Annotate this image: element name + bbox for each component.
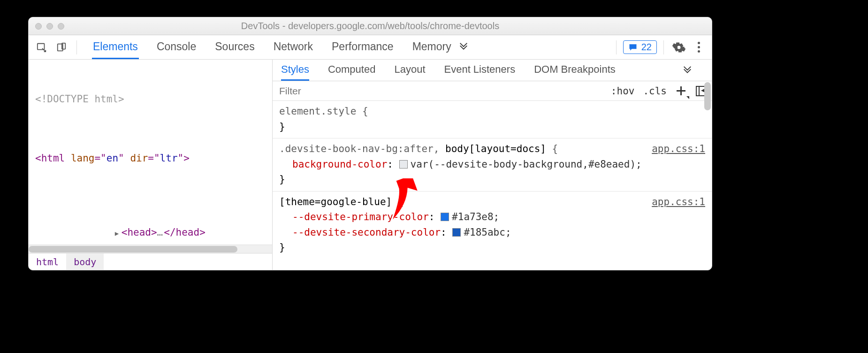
kebab-menu-icon[interactable] bbox=[690, 39, 707, 56]
separator bbox=[663, 40, 664, 54]
inspect-element-icon[interactable] bbox=[33, 39, 50, 56]
red-arrow-annotation-icon bbox=[380, 178, 421, 220]
cls-toggle[interactable]: .cls bbox=[643, 85, 667, 97]
styles-tab-computed[interactable]: Computed bbox=[328, 60, 376, 81]
minimize-window-icon[interactable] bbox=[46, 23, 53, 30]
rule-source-link[interactable]: app.css:1 bbox=[652, 194, 705, 210]
styles-tab-dom-breakpoints[interactable]: DOM Breakpoints bbox=[534, 60, 616, 81]
dom-breadcrumbs: htmlbody bbox=[29, 253, 272, 270]
tab-elements[interactable]: Elements bbox=[92, 35, 139, 59]
dom-horizontal-scrollbar[interactable] bbox=[29, 245, 272, 253]
style-rule[interactable]: app.css:1.devsite-book-nav-bg:after, bod… bbox=[273, 138, 712, 192]
tab-performance[interactable]: Performance bbox=[331, 35, 395, 59]
svg-rect-0 bbox=[38, 43, 45, 49]
styles-pane: StylesComputedLayoutEvent ListenersDOM B… bbox=[273, 60, 712, 270]
styles-tab-event-listeners[interactable]: Event Listeners bbox=[444, 60, 516, 81]
style-declaration[interactable]: background-color: var(--devsite-body-bac… bbox=[279, 157, 705, 172]
zoom-window-icon[interactable] bbox=[58, 23, 64, 30]
rule-selector[interactable]: element.style { bbox=[279, 104, 705, 119]
message-icon bbox=[628, 43, 638, 52]
scrollbar-thumb[interactable] bbox=[704, 82, 711, 110]
doctype: <!DOCTYPE html> bbox=[33, 92, 272, 107]
breadcrumb-body[interactable]: body bbox=[66, 253, 104, 270]
dom-tree[interactable]: <!DOCTYPE html> <html lang="en" dir="ltr… bbox=[29, 60, 272, 245]
dom-tree-pane: <!DOCTYPE html> <html lang="en" dir="ltr… bbox=[29, 60, 273, 270]
panes: <!DOCTYPE html> <html lang="en" dir="ltr… bbox=[29, 60, 712, 270]
close-window-icon[interactable] bbox=[35, 23, 42, 30]
rule-selector[interactable]: [theme=google-blue] { bbox=[279, 194, 705, 210]
style-declaration[interactable]: --devsite-secondary-color: #185abc; bbox=[279, 225, 705, 240]
styles-tab-styles[interactable]: Styles bbox=[281, 60, 309, 81]
rule-close-brace: } bbox=[279, 172, 705, 187]
html-open[interactable]: <html lang="en" dir="ltr"> bbox=[33, 151, 272, 166]
styles-vertical-scrollbar[interactable] bbox=[704, 82, 711, 267]
issues-count: 22 bbox=[641, 42, 652, 53]
tab-memory[interactable]: Memory bbox=[411, 35, 452, 59]
settings-gear-icon[interactable] bbox=[670, 39, 687, 56]
tab-sources[interactable]: Sources bbox=[214, 35, 255, 59]
color-swatch-icon[interactable] bbox=[441, 213, 449, 221]
main-toolbar: ElementsConsoleSourcesNetworkPerformance… bbox=[29, 35, 712, 60]
styles-filter-input[interactable] bbox=[273, 81, 607, 100]
tab-console[interactable]: Console bbox=[156, 35, 197, 59]
separator bbox=[616, 40, 617, 54]
rule-selector[interactable]: .devsite-book-nav-bg:after, body[layout=… bbox=[279, 141, 705, 157]
more-tabs-chevron-icon[interactable] bbox=[455, 39, 472, 56]
titlebar: DevTools - developers.google.com/web/too… bbox=[29, 17, 712, 35]
hov-toggle[interactable]: :hov bbox=[611, 85, 635, 97]
style-rule[interactable]: app.css:1[theme=google-blue] {--devsite-… bbox=[273, 192, 712, 259]
style-rules[interactable]: element.style {}app.css:1.devsite-book-n… bbox=[273, 101, 712, 270]
rule-source-link[interactable]: app.css:1 bbox=[652, 141, 705, 157]
style-declaration[interactable]: --devsite-primary-color: #1a73e8; bbox=[279, 209, 705, 225]
styles-filter-bar: :hov .cls bbox=[273, 81, 712, 101]
head-collapsed[interactable]: <head>…</head> bbox=[33, 210, 272, 245]
tab-network[interactable]: Network bbox=[273, 35, 314, 59]
new-style-rule-icon[interactable] bbox=[675, 85, 687, 97]
scrollbar-thumb[interactable] bbox=[29, 246, 237, 253]
color-swatch-icon[interactable] bbox=[399, 160, 408, 169]
device-toolbar-icon[interactable] bbox=[53, 39, 70, 56]
more-styles-tabs-chevron-icon[interactable] bbox=[679, 62, 696, 79]
issues-badge[interactable]: 22 bbox=[623, 40, 657, 54]
devtools-window: DevTools - developers.google.com/web/too… bbox=[28, 17, 712, 270]
main-tabs: ElementsConsoleSourcesNetworkPerformance… bbox=[84, 35, 452, 59]
separator bbox=[76, 40, 77, 54]
traffic-lights bbox=[29, 23, 64, 30]
styles-tab-layout[interactable]: Layout bbox=[394, 60, 425, 81]
color-swatch-icon[interactable] bbox=[452, 228, 461, 237]
styles-tabs: StylesComputedLayoutEvent ListenersDOM B… bbox=[273, 60, 712, 81]
rule-close-brace: } bbox=[279, 119, 705, 135]
window-title: DevTools - developers.google.com/web/too… bbox=[29, 21, 712, 31]
style-rule[interactable]: element.style {} bbox=[273, 101, 712, 138]
breadcrumb-html[interactable]: html bbox=[29, 253, 66, 270]
rule-close-brace: } bbox=[279, 240, 705, 255]
